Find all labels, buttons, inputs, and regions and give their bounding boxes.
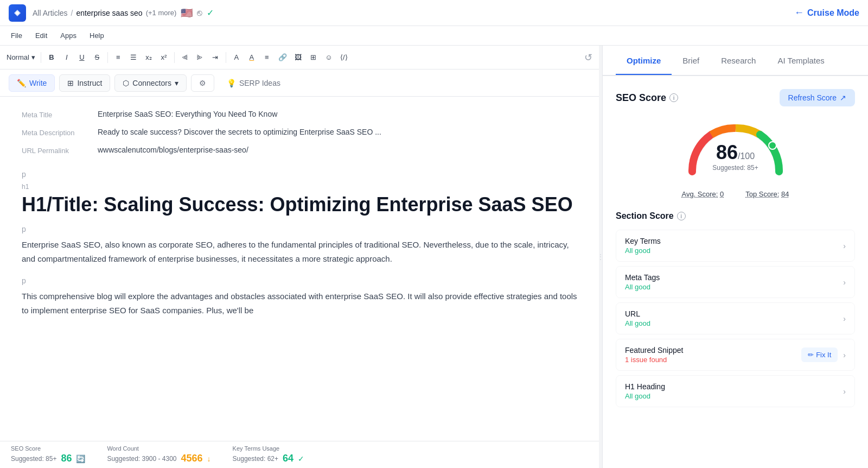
score-item-key-terms-left: Key Terms All good xyxy=(625,237,661,255)
h1-heading[interactable]: H1/Title: Scaling Success: Optimizing En… xyxy=(22,193,577,216)
font-color-button[interactable]: A xyxy=(245,50,259,65)
score-item-meta-tags-header[interactable]: Meta Tags All good › xyxy=(616,267,854,298)
score-item-featured-snippet-name: Featured Snippet xyxy=(625,346,683,355)
body-paragraph-2[interactable]: This comprehensive blog will explore the… xyxy=(22,289,577,317)
instruct-button[interactable]: ⊞ Instruct xyxy=(59,74,110,92)
serp-ideas-button[interactable]: 💡 SERP Ideas xyxy=(219,74,289,92)
connectors-button[interactable]: ⬡ Connectors ▾ xyxy=(114,74,187,92)
settings-button[interactable]: ⚙ xyxy=(191,74,214,92)
score-item-url-status: All good xyxy=(625,319,650,327)
formatting-toolbar: Normal ▾ B I U S ≡ ☰ x₂ x² ⫷ ⫸ ⇥ A A ≡ 🔗… xyxy=(0,46,599,69)
refresh-score-button[interactable]: Refresh Score ↗ xyxy=(780,89,855,106)
tab-research[interactable]: Research xyxy=(710,47,767,75)
score-item-h1-heading-right: › xyxy=(843,387,846,396)
share-icon[interactable]: ⎋ xyxy=(197,8,202,18)
score-item-url: URL All good › xyxy=(616,302,855,334)
meta-desc-label: Meta Description xyxy=(22,128,98,137)
section-score-info-icon[interactable]: i xyxy=(677,212,686,220)
meta-url-value[interactable]: wwwscalenutcom/blogs/enterprise-saas-seo… xyxy=(98,146,248,154)
score-item-h1-heading-left: H1 Heading All good xyxy=(625,382,665,400)
menu-edit[interactable]: Edit xyxy=(33,29,49,42)
underline-button[interactable]: U xyxy=(75,50,89,65)
meta-title-label: Meta Title xyxy=(22,110,98,119)
fix-it-label: Fix It xyxy=(816,351,831,359)
toolbar-separator-2 xyxy=(107,52,108,63)
indent-button[interactable]: ⇥ xyxy=(208,50,222,65)
score-item-meta-tags-chevron-icon: › xyxy=(843,278,846,287)
subscript-button[interactable]: x₂ xyxy=(142,50,156,65)
menu-file[interactable]: File xyxy=(9,29,24,42)
check-icon[interactable]: ✓ xyxy=(207,8,214,18)
unordered-list-button[interactable]: ☰ xyxy=(126,50,141,65)
panel-tabs: Optimize Brief Research AI Templates xyxy=(603,46,868,76)
align-justify-button[interactable]: ≡ xyxy=(260,50,274,65)
cruise-mode-label: Cruise Mode xyxy=(807,8,859,18)
paragraph-style-select[interactable]: Normal ▾ xyxy=(7,53,35,61)
tab-ai-templates[interactable]: AI Templates xyxy=(767,47,835,75)
score-item-featured-snippet-header[interactable]: Featured Snippet 1 issue found ✏ Fix It … xyxy=(616,339,854,370)
fix-it-button[interactable]: ✏ Fix It xyxy=(801,347,838,362)
seo-score-info-icon[interactable]: i xyxy=(669,93,678,102)
status-key-check-icon: ✓ xyxy=(298,454,304,463)
gauge-score-max: /100 xyxy=(738,151,755,161)
score-item-meta-tags-right: › xyxy=(843,278,846,287)
write-button[interactable]: ✏️ Write xyxy=(9,74,55,92)
status-seo-refresh-icon[interactable]: 🔄 xyxy=(76,454,85,463)
editor-content[interactable]: Meta Title Enterprise SaaS SEO: Everythi… xyxy=(0,97,599,441)
toolbar-separator-1 xyxy=(41,52,41,63)
section-score-label: Section Score xyxy=(616,211,674,221)
emoji-button[interactable]: ☺ xyxy=(322,50,336,65)
refresh-score-icon: ↗ xyxy=(840,93,846,102)
menu-apps[interactable]: Apps xyxy=(58,29,79,42)
code-button[interactable]: ⟨/⟩ xyxy=(337,50,351,65)
align-right-button[interactable]: ⫸ xyxy=(193,50,207,65)
cruise-mode-button[interactable]: ← Cruise Mode xyxy=(794,7,859,18)
score-item-key-terms-status: All good xyxy=(625,246,661,255)
breadcrumb-article[interactable]: enterprise saas seo xyxy=(76,9,142,17)
tab-optimize[interactable]: Optimize xyxy=(616,47,672,75)
toolbar-separator-4 xyxy=(226,52,226,63)
score-item-key-terms-header[interactable]: Key Terms All good › xyxy=(616,230,854,261)
score-item-h1-heading: H1 Heading All good › xyxy=(616,375,855,407)
image-button[interactable]: 🖼 xyxy=(291,50,305,65)
status-key-values: Suggested: 62+ 64 ✓ xyxy=(233,453,304,464)
bold-button[interactable]: B xyxy=(44,50,59,65)
status-word-down-icon: ↓ xyxy=(207,454,211,463)
tab-brief[interactable]: Brief xyxy=(672,47,710,75)
link-button[interactable]: 🔗 xyxy=(275,50,290,65)
breadcrumb-more: (+1 more) xyxy=(146,9,177,17)
flag-us-icon[interactable]: 🇺🇸 xyxy=(181,7,193,19)
gauge-score-number: 86 xyxy=(716,141,738,163)
table-button[interactable]: ⊞ xyxy=(307,50,321,65)
paragraph-style-chevron: ▾ xyxy=(31,53,35,61)
score-item-meta-tags-name: Meta Tags xyxy=(625,273,660,282)
breadcrumb-all[interactable]: All Articles xyxy=(33,9,68,17)
status-word-label: Word Count xyxy=(107,445,210,452)
menu-help[interactable]: Help xyxy=(87,29,106,42)
history-button[interactable]: ↺ xyxy=(584,52,592,64)
connectors-chevron-icon: ▾ xyxy=(175,79,178,87)
score-item-featured-snippet-status: 1 issue found xyxy=(625,356,683,364)
superscript-button[interactable]: x² xyxy=(157,50,171,65)
align-left-button[interactable]: ⫷ xyxy=(178,50,192,65)
avg-score-label: Avg. Score: xyxy=(681,190,718,198)
ordered-list-button[interactable]: ≡ xyxy=(111,50,125,65)
meta-title-value[interactable]: Enterprise SaaS SEO: Everything You Need… xyxy=(98,110,577,118)
score-item-url-header[interactable]: URL All good › xyxy=(616,303,854,334)
paragraph-style-label: Normal xyxy=(7,53,29,61)
write-icon: ✏️ xyxy=(17,79,26,87)
status-word-count: Word Count Suggested: 3900 - 4300 4566 ↓ xyxy=(107,445,210,464)
italic-button[interactable]: I xyxy=(60,50,74,65)
score-item-h1-heading-header[interactable]: H1 Heading All good › xyxy=(616,376,854,407)
top-score-stat: Top Score: 84 xyxy=(745,190,789,198)
editor-para-marker-1: p xyxy=(22,170,577,179)
seo-score-header: SEO Score i Refresh Score ↗ xyxy=(616,89,855,106)
font-size-button[interactable]: A xyxy=(229,50,244,65)
meta-url-row: URL Permalink wwwscalenutcom/blogs/enter… xyxy=(22,146,577,155)
meta-desc-value[interactable]: Ready to scale success? Discover the sec… xyxy=(98,128,577,136)
status-seo-values: Suggested: 85+ 86 🔄 xyxy=(11,453,85,464)
breadcrumb: All Articles / enterprise saas seo (+1 m… xyxy=(33,9,176,17)
body-paragraph-1[interactable]: Enterprise SaaS SEO, also known as corpo… xyxy=(22,238,577,265)
action-bar: ✏️ Write ⊞ Instruct ⬡ Connectors ▾ ⚙ 💡 S… xyxy=(0,69,599,97)
strikethrough-button[interactable]: S xyxy=(90,50,104,65)
